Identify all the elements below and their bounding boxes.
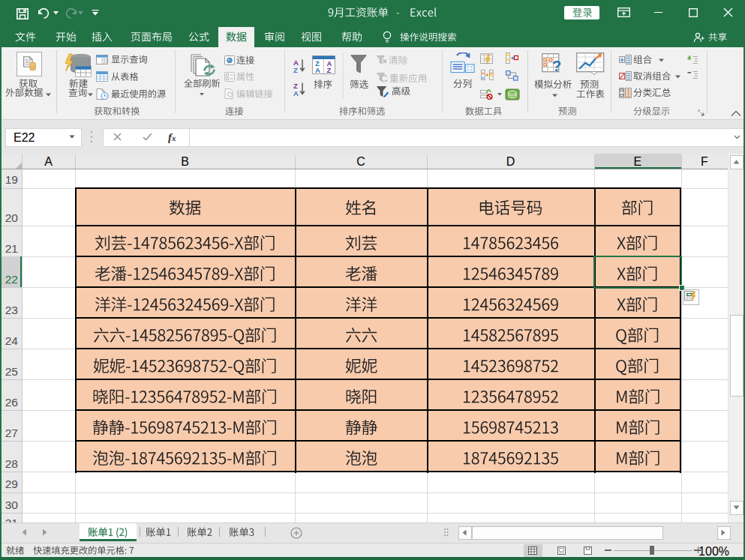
- svg-text:?: ?: [552, 58, 561, 74]
- svg-text:A: A: [293, 58, 299, 67]
- svg-text:A: A: [315, 66, 320, 74]
- svg-text:Z: Z: [293, 82, 298, 90]
- svg-text:Z: Z: [293, 66, 298, 73]
- svg-text:A: A: [293, 89, 299, 97]
- svg-text:Z: Z: [327, 66, 332, 74]
